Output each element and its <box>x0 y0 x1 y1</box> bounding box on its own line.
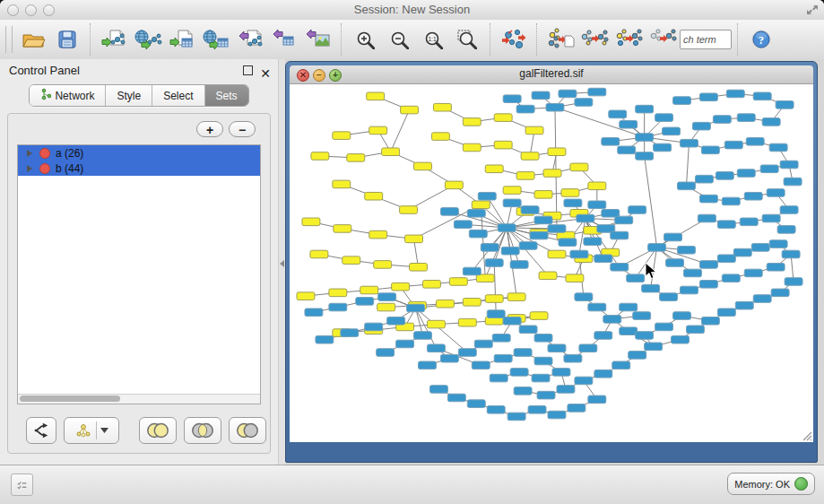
graph-node[interactable] <box>356 298 374 306</box>
remove-set-button[interactable]: − <box>229 121 256 137</box>
graph-node[interactable] <box>767 189 785 197</box>
graph-node-set-member[interactable] <box>377 303 395 311</box>
graph-node[interactable] <box>726 90 744 98</box>
apply-layout-button[interactable] <box>497 23 531 56</box>
graph-node[interactable] <box>780 161 798 169</box>
graph-node[interactable] <box>645 343 663 351</box>
graph-node[interactable] <box>699 281 717 289</box>
graph-node[interactable] <box>378 293 396 301</box>
graph-node-set-member[interactable] <box>525 126 543 135</box>
graph-node[interactable] <box>490 374 507 382</box>
expander-icon[interactable] <box>27 150 32 157</box>
graph-edge[interactable] <box>645 156 657 248</box>
graph-node[interactable] <box>588 303 606 311</box>
difference-sets-button[interactable] <box>229 417 266 444</box>
graph-node[interactable] <box>620 120 638 128</box>
graph-node[interactable] <box>618 146 636 154</box>
graph-node-set-member[interactable] <box>530 312 548 320</box>
graph-node[interactable] <box>654 143 672 152</box>
graph-node[interactable] <box>594 332 612 340</box>
graph-node[interactable] <box>636 152 654 161</box>
graph-node[interactable] <box>474 340 492 348</box>
graph-node-set-member[interactable] <box>297 292 315 300</box>
graph-node[interactable] <box>716 172 733 180</box>
graph-node[interactable] <box>746 138 764 146</box>
network-graph[interactable] <box>290 84 813 442</box>
graph-node-set-member[interactable] <box>485 295 503 303</box>
resize-grip[interactable] <box>800 429 812 441</box>
graph-node[interactable] <box>642 284 660 292</box>
graph-node[interactable] <box>784 178 802 186</box>
graph-node[interactable] <box>678 246 696 254</box>
graph-node[interactable] <box>534 357 552 365</box>
graph-node-set-member[interactable] <box>445 181 463 189</box>
graph-node[interactable] <box>503 95 521 103</box>
graph-node[interactable] <box>603 316 621 324</box>
close-panel-icon[interactable]: ✕ <box>260 62 271 85</box>
graph-node[interactable] <box>588 395 606 404</box>
graph-node[interactable] <box>602 138 620 146</box>
graph-node[interactable] <box>737 114 755 122</box>
graph-node-set-member[interactable] <box>436 300 454 308</box>
graph-node-set-member[interactable] <box>463 299 481 307</box>
graph-node-set-member[interactable] <box>570 163 588 171</box>
graph-node[interactable] <box>537 391 555 399</box>
select-first-neighbors-button[interactable] <box>611 23 646 56</box>
export-image-button[interactable] <box>301 23 335 56</box>
graph-node-set-member[interactable] <box>367 92 385 100</box>
graph-node[interactable] <box>575 293 593 301</box>
graph-node[interactable] <box>717 308 735 317</box>
graph-node-set-member[interactable] <box>566 274 584 282</box>
graph-node[interactable] <box>722 197 740 205</box>
graph-node[interactable] <box>753 92 771 100</box>
zoom-fit-button[interactable] <box>450 23 484 56</box>
memory-status-button[interactable]: Memory: OK <box>727 473 815 495</box>
fullscreen-icon[interactable] <box>806 4 819 16</box>
graph-node[interactable] <box>655 323 673 331</box>
graph-node[interactable] <box>530 231 548 239</box>
toolbar-drag-handle[interactable] <box>5 26 13 53</box>
intersect-sets-button[interactable] <box>184 417 221 444</box>
graph-node[interactable] <box>528 406 546 414</box>
tab-sets[interactable]: Sets <box>205 85 248 106</box>
split-sets-button[interactable] <box>26 417 56 444</box>
graph-node-set-member[interactable] <box>414 162 432 170</box>
search-input[interactable] <box>680 30 732 49</box>
graph-node-set-member[interactable] <box>433 103 451 111</box>
graph-node[interactable] <box>666 259 684 267</box>
graph-node[interactable] <box>735 301 753 309</box>
save-session-button[interactable] <box>50 23 84 56</box>
graph-node[interactable] <box>521 206 539 214</box>
graph-node[interactable] <box>487 406 505 414</box>
graph-node[interactable] <box>698 214 716 222</box>
graph-edge[interactable] <box>686 143 689 187</box>
graph-node-set-member[interactable] <box>463 143 481 152</box>
graph-node[interactable] <box>594 370 612 378</box>
float-panel-icon[interactable] <box>243 65 253 75</box>
network-frame[interactable]: ✕ − + galFiltered.sif <box>285 61 818 463</box>
graph-node[interactable] <box>532 374 550 382</box>
graph-node[interactable] <box>514 349 532 357</box>
graph-node[interactable] <box>672 335 690 343</box>
graph-node[interactable] <box>655 114 673 122</box>
graph-node-set-member[interactable] <box>382 148 400 156</box>
graph-node[interactable] <box>724 141 742 149</box>
graph-node[interactable] <box>532 91 550 100</box>
graph-node[interactable] <box>782 250 800 258</box>
graph-node[interactable] <box>664 233 682 241</box>
graph-node[interactable] <box>557 386 575 394</box>
graph-node[interactable] <box>575 99 593 107</box>
graph-node[interactable] <box>673 97 691 105</box>
graph-node-set-member[interactable] <box>521 152 539 161</box>
graph-node[interactable] <box>701 317 719 325</box>
graph-node-set-member[interactable] <box>347 154 365 162</box>
graph-node[interactable] <box>316 335 334 343</box>
graph-node[interactable] <box>478 192 496 200</box>
graph-node-set-member[interactable] <box>494 141 512 149</box>
graph-node-set-member[interactable] <box>310 250 328 258</box>
graph-node[interactable] <box>620 327 638 335</box>
graph-node[interactable] <box>663 127 681 135</box>
graph-node[interactable] <box>633 312 651 320</box>
graph-node[interactable] <box>503 199 521 207</box>
new-network-from-selection-button[interactable] <box>543 23 577 56</box>
